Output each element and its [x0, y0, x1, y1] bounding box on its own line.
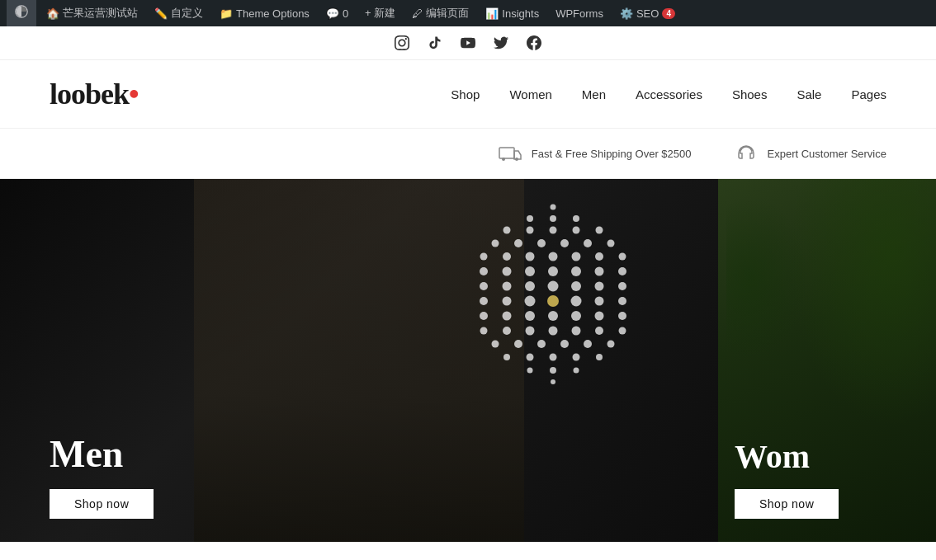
svg-point-43 — [547, 295, 559, 307]
svg-point-14 — [514, 239, 522, 247]
svg-point-10 — [550, 227, 557, 234]
nav-shop[interactable]: Shop — [451, 87, 480, 101]
svg-point-13 — [492, 240, 499, 247]
svg-point-58 — [572, 327, 581, 336]
svg-point-38 — [595, 282, 604, 291]
svg-point-66 — [607, 341, 615, 348]
hero-side-background: Wom Shop now — [718, 179, 936, 542]
hero-main-background: Men Shop now — [0, 179, 718, 542]
wpforms-button[interactable]: WPForms — [549, 0, 610, 26]
chart-icon: 📊 — [485, 7, 499, 20]
gear-icon: ⚙️ — [620, 7, 633, 20]
hero-side-label: Wom — [735, 437, 810, 476]
svg-point-9 — [527, 227, 534, 234]
headphone-icon — [733, 140, 759, 167]
seo-button[interactable]: ⚙️ SEO 4 — [613, 0, 682, 26]
edit-page-label: 编辑页面 — [426, 6, 469, 21]
wpforms-label: WPForms — [555, 7, 603, 20]
seo-label: SEO — [636, 7, 659, 20]
svg-point-18 — [607, 240, 615, 247]
youtube-icon[interactable] — [460, 35, 476, 51]
hero-section: Men Shop now Wom Shop now — [0, 179, 936, 542]
site-logo[interactable]: loobek• — [50, 77, 139, 111]
svg-point-37 — [571, 281, 581, 291]
logo-dot: • — [129, 78, 139, 111]
svg-point-63 — [537, 340, 546, 348]
shipping-text: Fast & Free Shipping Over $2500 — [532, 148, 692, 160]
folder-icon: 📁 — [220, 7, 233, 20]
wp-icon — [15, 5, 28, 22]
dots-pattern — [437, 195, 669, 426]
nav-men[interactable]: Men — [582, 87, 606, 101]
site-name-label: 芒果运营测试站 — [63, 6, 138, 21]
nav-sale[interactable]: Sale — [797, 87, 821, 101]
svg-point-49 — [525, 311, 535, 321]
svg-point-23 — [572, 252, 581, 261]
svg-point-36 — [548, 281, 559, 292]
svg-point-73 — [550, 367, 556, 374]
comment-icon: 💬 — [326, 7, 339, 20]
svg-point-51 — [571, 311, 581, 321]
hero-side-shop-btn[interactable]: Shop now — [735, 489, 839, 519]
svg-point-5 — [527, 215, 533, 222]
svg-point-35 — [525, 281, 535, 291]
nav-shoes[interactable]: Shoes — [732, 87, 768, 101]
seo-badge: 4 — [662, 8, 675, 19]
customize-label: 自定义 — [171, 6, 203, 21]
svg-point-11 — [573, 227, 580, 234]
hero-main: Men Shop now — [0, 179, 718, 542]
svg-point-64 — [560, 340, 569, 348]
hero-main-shop-btn[interactable]: Shop now — [50, 489, 154, 519]
site-name-button[interactable]: 🏠 芒果运营测试站 — [40, 0, 144, 26]
service-text: Expert Customer Service — [768, 148, 887, 160]
svg-point-17 — [584, 239, 592, 247]
svg-point-75 — [551, 379, 555, 384]
service-info: Expert Customer Service — [733, 140, 887, 167]
plant-decoration — [787, 179, 936, 426]
svg-point-40 — [480, 297, 488, 305]
svg-point-70 — [573, 354, 580, 361]
svg-point-29 — [548, 266, 558, 276]
instagram-icon[interactable] — [394, 35, 410, 51]
site-header: loobek• Shop Women Men Accessories Shoes… — [0, 60, 936, 129]
svg-point-6 — [550, 215, 556, 222]
nav-pages[interactable]: Pages — [851, 87, 886, 101]
insights-label: Insights — [502, 7, 539, 20]
svg-point-42 — [525, 296, 536, 307]
svg-point-50 — [548, 311, 558, 321]
edit-page-button[interactable]: 🖊 编辑页面 — [405, 0, 475, 26]
twitter-icon[interactable] — [493, 35, 509, 51]
svg-point-56 — [526, 327, 535, 336]
svg-point-48 — [503, 312, 512, 321]
shipping-info: Fast & Free Shipping Over $2500 — [497, 140, 692, 167]
theme-options-button[interactable]: 📁 Theme Options — [213, 0, 316, 26]
nav-accessories[interactable]: Accessories — [636, 87, 702, 101]
svg-point-69 — [550, 354, 557, 361]
wp-logo-button[interactable] — [7, 0, 36, 26]
svg-point-71 — [596, 354, 603, 360]
svg-point-19 — [480, 253, 488, 261]
tiktok-icon[interactable] — [427, 35, 443, 51]
svg-point-2 — [502, 158, 505, 161]
customize-button[interactable]: ✏️ 自定义 — [148, 0, 210, 26]
svg-point-46 — [618, 297, 626, 305]
comments-button[interactable]: 💬 0 — [319, 0, 355, 26]
svg-point-41 — [503, 297, 512, 306]
svg-point-59 — [595, 327, 603, 335]
svg-point-72 — [527, 368, 533, 374]
svg-point-60 — [619, 327, 626, 335]
theme-options-label: Theme Options — [236, 7, 310, 20]
svg-point-68 — [527, 354, 534, 361]
svg-point-31 — [595, 267, 604, 276]
svg-point-39 — [618, 282, 626, 290]
hero-main-label: Men — [50, 432, 123, 476]
svg-point-30 — [571, 266, 581, 276]
new-item-label: + 新建 — [365, 6, 395, 21]
edit-icon: 🖊 — [412, 7, 423, 20]
facebook-icon[interactable] — [526, 35, 542, 51]
insights-button[interactable]: 📊 Insights — [479, 0, 546, 26]
svg-point-15 — [537, 239, 546, 247]
nav-women[interactable]: Women — [509, 87, 551, 101]
plant-decoration-2 — [726, 195, 809, 360]
new-item-button[interactable]: + 新建 — [358, 0, 402, 26]
